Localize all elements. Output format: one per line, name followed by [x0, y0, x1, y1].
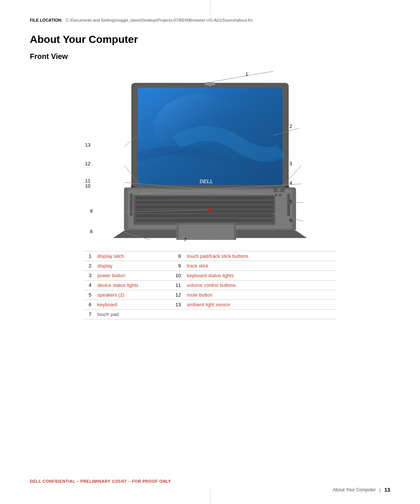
part-name-right: volume control buttons: [184, 281, 337, 290]
svg-line-33: [208, 71, 273, 82]
part-name-right: touch pad/track stick buttons: [184, 251, 337, 261]
part-num-right: 10: [169, 271, 184, 281]
part-num-left: 3: [83, 271, 94, 281]
bottom-border-line: [210, 489, 210, 504]
part-num-right: 12: [169, 290, 184, 300]
part-num-right: 13: [169, 300, 184, 310]
file-location-path: C:\Documents and Settings\reggie_davis\D…: [66, 18, 253, 22]
part-name-right: [184, 310, 337, 319]
callout-2: 2: [289, 123, 292, 129]
callout-13: 13: [85, 142, 90, 148]
svg-rect-17: [178, 224, 234, 240]
part-num-left: 4: [83, 281, 94, 290]
table-row: 5 speakers (2) 12 mute button: [83, 290, 337, 300]
callout-4: 4: [289, 180, 292, 186]
part-num-left: 5: [83, 290, 94, 300]
part-num-left: 2: [83, 261, 94, 271]
part-name-left: touch pad: [94, 310, 169, 319]
part-name-left: power button: [94, 271, 169, 281]
svg-rect-32: [205, 82, 215, 85]
confidential-text: DELL CONFIDENTIAL – PRELIMINARY 1/25/07 …: [30, 479, 171, 483]
svg-text:DELL: DELL: [200, 178, 213, 184]
part-num-right: 8: [169, 251, 184, 261]
file-location-label: FILE LOCATION:: [30, 18, 62, 22]
svg-point-22: [136, 192, 138, 194]
svg-rect-30: [275, 194, 278, 196]
part-name-left: display: [94, 261, 169, 271]
part-name-right: keyboard status lights: [184, 271, 337, 281]
svg-rect-31: [279, 194, 282, 196]
table-row: 7 touch pad: [83, 310, 337, 319]
top-border-line: [210, 0, 210, 15]
page-footer: About Your Computer | 13: [333, 487, 390, 493]
footer-label: About Your Computer: [333, 487, 376, 492]
callout-8: 8: [90, 229, 93, 234]
laptop-illustration: DELL: [102, 68, 318, 240]
table-row: 4 device status lights 11 volume control…: [83, 281, 337, 290]
table-row: 1 display latch 8 touch pad/track stick …: [83, 251, 337, 261]
callout-10: 10: [85, 183, 90, 189]
part-num-right: [169, 310, 184, 319]
part-name-left: device status lights: [94, 281, 169, 290]
part-name-left: display latch: [94, 251, 169, 261]
callout-9: 9: [90, 208, 93, 214]
svg-point-20: [208, 208, 212, 212]
table-row: 2 display 9 track stick: [83, 261, 337, 271]
main-content: About Your Computer Front View: [30, 34, 390, 327]
part-num-left: 7: [83, 310, 94, 319]
svg-rect-29: [287, 194, 290, 216]
file-location-bar: FILE LOCATION: C:\Documents and Settings…: [30, 18, 390, 22]
table-row: 6 keyboard 13 ambient light sensor: [83, 300, 337, 310]
svg-rect-15: [135, 219, 273, 222]
diagram-container: DELL: [79, 68, 341, 319]
callout-1: 1: [245, 71, 248, 77]
svg-rect-14: [135, 214, 273, 217]
page-title: About Your Computer: [30, 34, 390, 46]
svg-rect-12: [135, 205, 273, 209]
parts-table: 1 display latch 8 touch pad/track stick …: [83, 251, 337, 319]
part-num-right: 9: [169, 261, 184, 271]
page-number: 13: [384, 487, 390, 493]
callout-6: 6: [289, 217, 292, 223]
part-num-right: 11: [169, 281, 184, 290]
part-name-right: track stick: [184, 261, 337, 271]
laptop-area: DELL: [79, 68, 341, 247]
part-num-left: 6: [83, 300, 94, 310]
table-row: 3 power button 10 keyboard status lights: [83, 271, 337, 281]
part-name-left: keyboard: [94, 300, 169, 310]
svg-rect-28: [130, 194, 133, 216]
part-num-left: 1: [83, 251, 94, 261]
part-name-left: speakers (2): [94, 290, 169, 300]
part-name-right: ambient light sensor: [184, 300, 337, 310]
footer-separator: |: [379, 487, 380, 492]
section-title: Front View: [30, 52, 390, 61]
callout-5: 5: [289, 199, 292, 204]
callout-7: 7: [184, 237, 187, 242]
callout-12: 12: [85, 161, 90, 166]
part-name-right: mute button: [184, 290, 337, 300]
svg-rect-11: [135, 201, 273, 204]
svg-point-25: [150, 192, 152, 194]
svg-point-23: [141, 192, 143, 194]
svg-rect-10: [135, 197, 273, 200]
callout-3: 3: [289, 161, 292, 166]
callout-11: 11: [85, 178, 90, 184]
